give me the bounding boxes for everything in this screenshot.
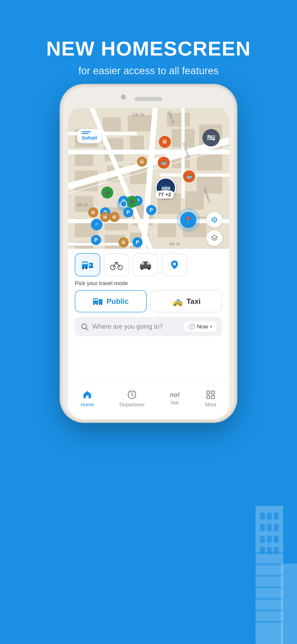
svg-rect-96 — [141, 262, 144, 265]
svg-rect-119 — [212, 396, 214, 398]
landmark-pin-3[interactable]: 🏛 — [100, 212, 110, 222]
taxi-button-icon: 🚕 — [172, 296, 183, 306]
svg-point-108 — [101, 304, 102, 305]
svg-point-58 — [208, 136, 210, 137]
search-bar[interactable]: Where are you going to? 🕐 Now ▾ — [75, 317, 222, 336]
sohail-line-1 — [82, 131, 91, 132]
svg-point-84 — [86, 268, 87, 269]
nav-home-label: Home — [80, 402, 94, 408]
page-subtitle: for easier access to all features — [0, 65, 297, 76]
svg-rect-2 — [267, 513, 272, 520]
location-control-button[interactable] — [206, 212, 222, 228]
mode-car-button[interactable] — [133, 253, 158, 276]
orange-bus-pin-1[interactable]: 🚌 — [158, 156, 170, 168]
svg-rect-117 — [212, 391, 214, 394]
parking-pin-7[interactable]: P — [132, 237, 142, 247]
header-section: NEW HOMESCREEN for easier access to all … — [0, 0, 297, 90]
svg-rect-7 — [260, 536, 265, 543]
svg-rect-3 — [274, 513, 278, 520]
street-label-5th: 5th St — [77, 203, 88, 208]
landmark-pin-1[interactable]: 🏛 — [137, 156, 147, 167]
svg-rect-101 — [93, 298, 98, 304]
phone-speaker — [135, 97, 162, 101]
svg-line-110 — [86, 328, 88, 330]
taxi-button-label: Taxi — [186, 297, 201, 306]
clock-icon: 🕐 — [188, 324, 195, 330]
svg-rect-8 — [267, 536, 272, 543]
svg-point-99 — [148, 268, 150, 270]
nav-more[interactable]: More — [205, 390, 216, 408]
landmark-pin-2[interactable]: 🏛 — [88, 207, 98, 218]
phone-device: 13c St 54th St 5o Street 5th St 9th St M… — [63, 88, 234, 419]
svg-point-83 — [82, 268, 84, 269]
public-button-icon — [93, 297, 103, 306]
svg-point-87 — [92, 267, 93, 268]
layers-control-button[interactable] — [206, 230, 222, 246]
mode-icon-row: M — [75, 253, 222, 276]
taxi-mode-button[interactable]: 🚕 Taxi — [150, 290, 222, 312]
front-camera — [121, 94, 126, 100]
nav-home[interactable]: Home — [80, 390, 94, 408]
svg-point-68 — [214, 219, 215, 221]
mode-public-button[interactable]: M — [75, 253, 100, 276]
map-view[interactable]: 13c St 54th St 5o Street 5th St 9th St M… — [68, 106, 229, 272]
public-button-label: Public — [106, 297, 129, 306]
svg-rect-9 — [274, 536, 278, 543]
home-icon — [82, 390, 92, 400]
bottom-nav: Home Departures nol Nol — [68, 382, 229, 419]
svg-rect-1 — [260, 513, 265, 520]
landmark-pin-4[interactable]: 🏛 — [109, 212, 120, 222]
parking-pin-6[interactable]: P — [91, 235, 101, 245]
svg-rect-81 — [82, 262, 85, 264]
filter-button[interactable] — [202, 129, 220, 146]
street-label-13c: 13c St — [132, 112, 144, 117]
current-location-pulse — [117, 197, 130, 211]
skyline-right-decoration — [205, 460, 297, 644]
svg-rect-45 — [185, 191, 204, 210]
destination-icon — [169, 260, 180, 270]
mode-location-button[interactable] — [162, 253, 187, 276]
sohail-badge[interactable]: Sohail — [77, 129, 102, 143]
blue-map-marker[interactable]: P — [91, 219, 102, 230]
phone-screen: 13c St 54th St 5o Street 5th St 9th St M… — [68, 106, 229, 419]
nav-departures-label: Departures — [120, 402, 144, 408]
mode-bike-button[interactable] — [104, 253, 129, 276]
svg-point-98 — [141, 268, 143, 270]
location-pin-icon: 📍 — [184, 216, 192, 224]
svg-point-60 — [213, 139, 214, 140]
bike-icon — [110, 260, 123, 270]
pick-mode-row: Public 🚕 Taxi — [75, 290, 222, 312]
blue-location-pin[interactable]: 📍 — [180, 212, 196, 228]
nav-departures[interactable]: Departures — [120, 390, 144, 408]
sohail-lines-icon — [82, 131, 91, 134]
bus-cluster-count: 77 +2 — [156, 191, 174, 198]
travel-mode-section: M — [68, 249, 229, 341]
svg-line-113 — [132, 395, 133, 396]
sohail-line-2 — [82, 133, 89, 134]
landmark-pin-5[interactable]: 🏛 — [118, 237, 129, 247]
svg-rect-102 — [94, 299, 95, 300]
svg-rect-28 — [102, 118, 121, 131]
orange-bus-pin-2[interactable]: 🚌 — [183, 170, 195, 182]
svg-point-86 — [89, 267, 90, 268]
svg-rect-4 — [260, 524, 265, 531]
parking-pin-4[interactable]: P — [146, 205, 156, 215]
nav-nol-label: Nol — [171, 400, 178, 406]
svg-rect-13 — [251, 552, 292, 554]
svg-rect-116 — [207, 391, 210, 394]
svg-rect-39 — [197, 175, 222, 194]
chevron-down-icon: ▾ — [210, 324, 212, 329]
svg-rect-118 — [207, 396, 210, 398]
orange-bus-pin-3[interactable]: 🏛 — [159, 136, 171, 148]
public-mode-button[interactable]: Public — [75, 290, 147, 312]
nav-nol[interactable]: nol Nol — [170, 392, 180, 406]
now-dropdown[interactable]: 🕐 Now ▾ — [184, 321, 217, 332]
svg-line-114 — [129, 390, 130, 391]
svg-rect-20 — [281, 564, 297, 644]
svg-rect-82 — [85, 262, 88, 264]
departures-icon — [127, 390, 137, 400]
search-placeholder: Where are you going to? — [92, 323, 180, 330]
medical-pin[interactable]: ➕ — [101, 186, 113, 198]
layers-icon — [211, 235, 218, 242]
location-circle-icon — [211, 216, 218, 223]
